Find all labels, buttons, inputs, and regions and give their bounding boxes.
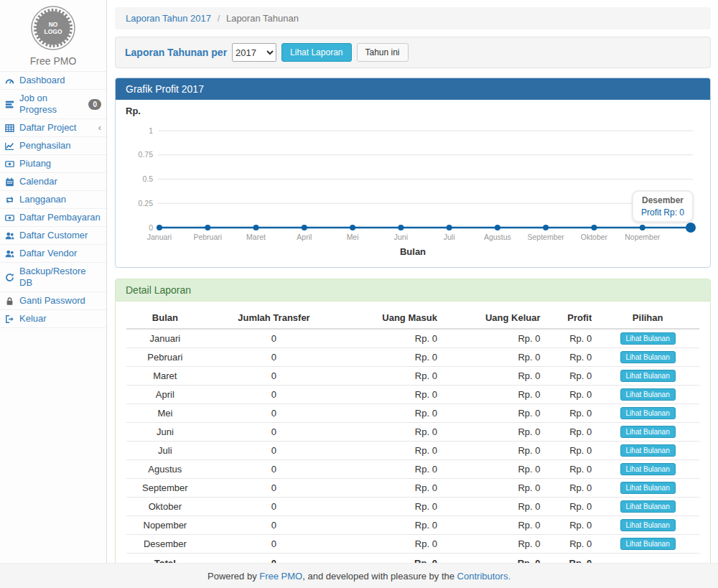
sidebar-item-calendar[interactable]: Calendar (0, 173, 106, 191)
cell-pilihan: Lihat Bulanan (596, 516, 699, 535)
sign-out-icon (5, 314, 15, 324)
sidebar-item-label: Daftar Project (19, 122, 76, 134)
chart-point[interactable] (253, 225, 259, 230)
filter-label: Laporan Tahunan per (125, 47, 227, 58)
sidebar-item-ganti-password[interactable]: Ganti Password (0, 292, 106, 310)
breadcrumb-link[interactable]: Laporan Tahun 2017 (126, 13, 211, 24)
cell-profit: Rp. 0 (545, 386, 597, 404)
y-tick-label: 0 (149, 223, 153, 232)
footer-link-contributors[interactable]: Contributors. (457, 571, 510, 582)
lihat-bulanan-button[interactable]: Lihat Bulanan (620, 463, 676, 475)
chart-point[interactable] (302, 225, 307, 230)
cell-profit: Rp. 0 (545, 479, 597, 498)
profit-chart-panel: Grafik Profit 2017 Rp. 10.750.50.250Janu… (115, 78, 711, 268)
sidebar-item-job-on-progress[interactable]: Job on Progress0 (0, 90, 106, 119)
y-tick-label: 0.25 (139, 199, 154, 207)
users-icon (5, 249, 15, 258)
sidebar-item-daftar-customer[interactable]: Daftar Customer (0, 227, 106, 245)
lihat-bulanan-button[interactable]: Lihat Bulanan (620, 482, 676, 494)
sidebar-item-label: Piutang (19, 158, 51, 169)
sidebar-item-daftar-project[interactable]: Daftar Project‹ (0, 119, 106, 137)
column-header: Uang Keluar (442, 307, 545, 329)
lihat-bulanan-button[interactable]: Lihat Bulanan (620, 519, 676, 531)
sidebar-item-daftar-pembayaran[interactable]: Daftar Pembayaran (0, 209, 106, 227)
cell-uang_masuk: Rp. 0 (344, 423, 442, 442)
cell-uang_keluar: Rp. 0 (442, 329, 545, 348)
chevron-left-icon: ‹ (98, 123, 101, 132)
chart-point[interactable] (205, 225, 210, 230)
cell-uang_masuk: Rp. 0 (344, 386, 442, 404)
sidebar-menu: DashboardJob on Progress0Daftar Project‹… (0, 71, 106, 328)
chart-tooltip: Desember Profit Rp: 0 (632, 190, 694, 223)
sidebar-item-label: Ganti Password (19, 295, 85, 307)
users-icon (5, 231, 15, 241)
cell-uang_keluar: Rp. 0 (442, 516, 545, 535)
cell-uang_masuk: Rp. 0 (344, 367, 442, 386)
sidebar-item-label: Daftar Vendor (19, 248, 77, 259)
chart-point[interactable] (640, 225, 645, 230)
x-tick-label: Mei (347, 233, 359, 241)
table-row: Maret0Rp. 0Rp. 0Rp. 0Lihat Bulanan (126, 367, 699, 386)
sidebar-item-piutang[interactable]: Piutang (0, 155, 106, 173)
lihat-bulanan-button[interactable]: Lihat Bulanan (620, 351, 676, 363)
lihat-laporan-button[interactable]: Lihat Laporan (281, 43, 351, 62)
table-row: Desember0Rp. 0Rp. 0Rp. 0Lihat Bulanan (126, 535, 699, 554)
cell-profit: Rp. 0 (545, 442, 597, 460)
cell-jumlah_transfer: 0 (204, 535, 345, 554)
cell-uang_masuk: Rp. 0 (344, 498, 442, 516)
x-tick-label: Juli (444, 233, 455, 241)
cell-bulan: Mei (126, 404, 204, 423)
lihat-bulanan-button[interactable]: Lihat Bulanan (620, 538, 676, 550)
cell-bulan: Desember (126, 535, 204, 554)
chart-point[interactable] (447, 225, 452, 230)
lihat-bulanan-button[interactable]: Lihat Bulanan (620, 388, 676, 401)
lihat-bulanan-button[interactable]: Lihat Bulanan (620, 426, 676, 438)
total-uang_keluar: Rp. 0 (442, 554, 545, 564)
cell-bulan: Pebruari (126, 348, 204, 367)
year-select[interactable]: 2017 (232, 43, 276, 62)
lihat-bulanan-button[interactable]: Lihat Bulanan (620, 370, 676, 382)
x-tick-label: April (297, 233, 312, 241)
cell-bulan: April (126, 386, 204, 404)
chart-point[interactable] (591, 225, 597, 230)
chart-x-axis-label: Bulan (126, 245, 700, 263)
sidebar-item-backup-restore-db[interactable]: Backup/Restore DB (0, 263, 106, 292)
lihat-bulanan-button[interactable]: Lihat Bulanan (620, 444, 676, 457)
cell-pilihan: Lihat Bulanan (596, 442, 699, 460)
lihat-bulanan-button[interactable]: Lihat Bulanan (620, 500, 676, 513)
sidebar-item-dashboard[interactable]: Dashboard (0, 72, 106, 90)
footer-link-free-pmo[interactable]: Free PMO (259, 571, 302, 582)
cell-profit: Rp. 0 (545, 329, 597, 348)
tahun-ini-button[interactable]: Tahun ini (357, 43, 409, 62)
chart-point[interactable] (350, 225, 355, 230)
chart-point[interactable] (686, 223, 696, 233)
cell-jumlah_transfer: 0 (204, 479, 345, 498)
cell-pilihan: Lihat Bulanan (596, 498, 699, 516)
sidebar-item-langganan[interactable]: Langganan (0, 191, 106, 209)
chart-point[interactable] (157, 225, 162, 230)
breadcrumb: Laporan Tahun 2017 / Laporan Tahunan (115, 7, 711, 29)
cell-uang_keluar: Rp. 0 (442, 498, 545, 516)
breadcrumb-separator: / (218, 13, 220, 24)
sidebar-item-daftar-vendor[interactable]: Daftar Vendor (0, 245, 106, 263)
tasks-icon (5, 100, 15, 109)
cell-uang_masuk: Rp. 0 (344, 329, 442, 348)
lihat-bulanan-button[interactable]: Lihat Bulanan (620, 332, 676, 345)
lihat-bulanan-button[interactable]: Lihat Bulanan (620, 407, 676, 419)
chart-point[interactable] (543, 225, 549, 230)
cell-bulan: Nopember (126, 516, 204, 535)
chart-point[interactable] (398, 225, 404, 230)
cell-uang_keluar: Rp. 0 (442, 442, 545, 460)
cell-jumlah_transfer: 0 (204, 460, 345, 479)
sidebar-item-keluar[interactable]: Keluar (0, 310, 106, 328)
cell-uang_keluar: Rp. 0 (442, 479, 545, 498)
x-tick-label: Oktober (581, 233, 608, 241)
table-row: Nopember0Rp. 0Rp. 0Rp. 0Lihat Bulanan (126, 516, 699, 535)
sidebar-item-penghasilan[interactable]: Penghasilan (0, 137, 106, 155)
chart-point[interactable] (495, 225, 500, 230)
sidebar-item-label: Keluar (19, 313, 47, 325)
cell-pilihan: Lihat Bulanan (596, 367, 699, 386)
cell-profit: Rp. 0 (545, 404, 597, 423)
lock-icon (5, 297, 15, 306)
sidebar-item-label: Calendar (19, 176, 57, 187)
